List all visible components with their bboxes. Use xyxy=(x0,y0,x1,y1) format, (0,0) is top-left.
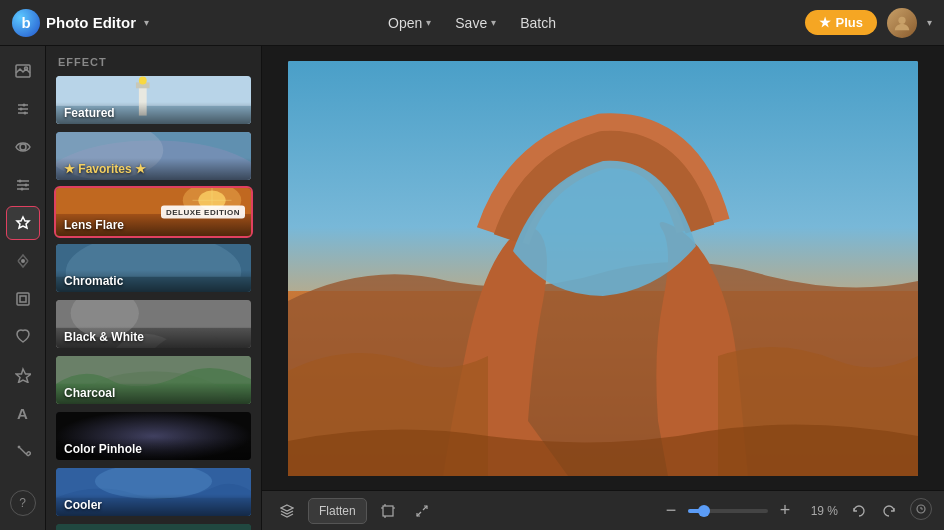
svg-point-9 xyxy=(20,144,26,150)
svg-rect-22 xyxy=(26,451,31,456)
undo-button[interactable] xyxy=(846,498,872,524)
effect-label-featured: Featured xyxy=(56,102,251,124)
text-icon-label: A xyxy=(17,405,28,422)
zoom-in-button[interactable]: + xyxy=(774,500,796,522)
svg-point-15 xyxy=(20,188,23,191)
svg-marker-16 xyxy=(17,217,29,228)
canvas-area: Flatten − xyxy=(262,46,944,530)
effect-item-lensflare[interactable]: Lens Flare DELUXE EDITION xyxy=(54,186,253,238)
undo-redo-group xyxy=(846,498,932,524)
svg-rect-56 xyxy=(383,506,393,516)
svg-point-27 xyxy=(139,77,147,85)
tool-sliders[interactable] xyxy=(6,168,40,202)
tool-view[interactable] xyxy=(6,130,40,164)
tool-shape[interactable] xyxy=(6,358,40,392)
effect-label-charcoal: Charcoal xyxy=(56,382,251,404)
open-button[interactable]: Open ▾ xyxy=(388,15,431,31)
effect-item-featured[interactable]: Featured xyxy=(54,74,253,126)
effect-item-bw[interactable]: Black & White xyxy=(54,298,253,350)
svg-point-14 xyxy=(24,184,27,187)
effect-item-crossprocess[interactable]: Cross Process xyxy=(54,522,253,530)
effect-label-cooler: Cooler xyxy=(56,494,251,516)
plus-upgrade-button[interactable]: ★ Plus xyxy=(805,10,877,35)
crop-button[interactable] xyxy=(375,498,401,524)
header: b Photo Editor ▾ Open ▾ Save ▾ Batch ★ P… xyxy=(0,0,944,46)
plus-label: Plus xyxy=(836,15,863,30)
header-right: ★ Plus ▾ xyxy=(805,8,932,38)
svg-point-13 xyxy=(18,180,21,183)
effects-panel: EFFECT Featured xyxy=(46,46,262,530)
svg-rect-51 xyxy=(56,524,251,530)
resize-button[interactable] xyxy=(409,498,435,524)
bottom-toolbar: Flatten − xyxy=(262,490,944,530)
effect-label-colorpinhole: Color Pinhole xyxy=(56,438,251,460)
svg-point-6 xyxy=(22,104,25,107)
tool-text[interactable]: A xyxy=(6,396,40,430)
photo-canvas xyxy=(288,61,918,476)
history-button[interactable] xyxy=(910,498,932,520)
batch-button[interactable]: Batch xyxy=(520,15,556,31)
redo-button[interactable] xyxy=(876,498,902,524)
header-center-actions: Open ▾ Save ▾ Batch xyxy=(388,15,556,31)
tool-favorites[interactable] xyxy=(6,320,40,354)
effect-label-chromatic: Chromatic xyxy=(56,270,251,292)
tool-brush[interactable] xyxy=(6,434,40,468)
app-title-arrow: ▾ xyxy=(144,17,149,28)
main-layout: A ? EFFECT xyxy=(0,46,944,530)
flatten-button[interactable]: Flatten xyxy=(308,498,367,524)
zoom-percent: 19 % xyxy=(802,504,838,518)
app-logo-icon: b xyxy=(12,9,40,37)
help-button[interactable]: ? xyxy=(10,490,36,516)
svg-marker-55 xyxy=(281,505,293,511)
avatar-arrow[interactable]: ▾ xyxy=(927,17,932,28)
tool-transform[interactable] xyxy=(6,244,40,278)
effect-label-favorites: ★ Favorites ★ xyxy=(56,158,251,180)
svg-point-17 xyxy=(21,259,25,263)
tool-frame[interactable] xyxy=(6,282,40,316)
svg-point-8 xyxy=(23,112,26,115)
logo-area[interactable]: b Photo Editor ▾ xyxy=(12,9,149,37)
layers-button[interactable] xyxy=(274,498,300,524)
zoom-slider[interactable] xyxy=(688,509,768,513)
zoom-controls: − + 19 % xyxy=(660,500,838,522)
save-button[interactable]: Save ▾ xyxy=(455,15,496,31)
tool-image[interactable] xyxy=(6,54,40,88)
effect-bg-crossprocess xyxy=(56,524,251,530)
effect-label-bw: Black & White xyxy=(56,326,251,348)
zoom-slider-thumb[interactable] xyxy=(698,505,710,517)
effects-section-label: EFFECT xyxy=(46,46,261,74)
icon-sidebar: A ? xyxy=(0,46,46,530)
effect-item-charcoal[interactable]: Charcoal xyxy=(54,354,253,406)
svg-rect-18 xyxy=(17,293,29,305)
svg-rect-19 xyxy=(20,296,26,302)
effect-item-favorites[interactable]: ★ Favorites ★ xyxy=(54,130,253,182)
effects-list: Featured ★ Favorites ★ xyxy=(46,74,261,530)
svg-point-7 xyxy=(19,108,22,111)
effect-item-colorpinhole[interactable]: Color Pinhole xyxy=(54,410,253,462)
plus-star-icon: ★ xyxy=(819,15,831,30)
effect-item-chromatic[interactable]: Chromatic xyxy=(54,242,253,294)
user-avatar[interactable] xyxy=(887,8,917,38)
svg-line-61 xyxy=(423,506,427,510)
zoom-out-button[interactable]: − xyxy=(660,500,682,522)
deluxe-badge: DELUXE EDITION xyxy=(161,206,245,219)
tool-effects[interactable] xyxy=(6,206,40,240)
app-title: Photo Editor xyxy=(46,14,136,31)
effect-item-cooler[interactable]: Cooler xyxy=(54,466,253,518)
sidebar-bottom: ? xyxy=(10,490,36,530)
tool-adjust[interactable] xyxy=(6,92,40,126)
canvas-container xyxy=(262,46,944,490)
svg-point-0 xyxy=(898,16,905,23)
